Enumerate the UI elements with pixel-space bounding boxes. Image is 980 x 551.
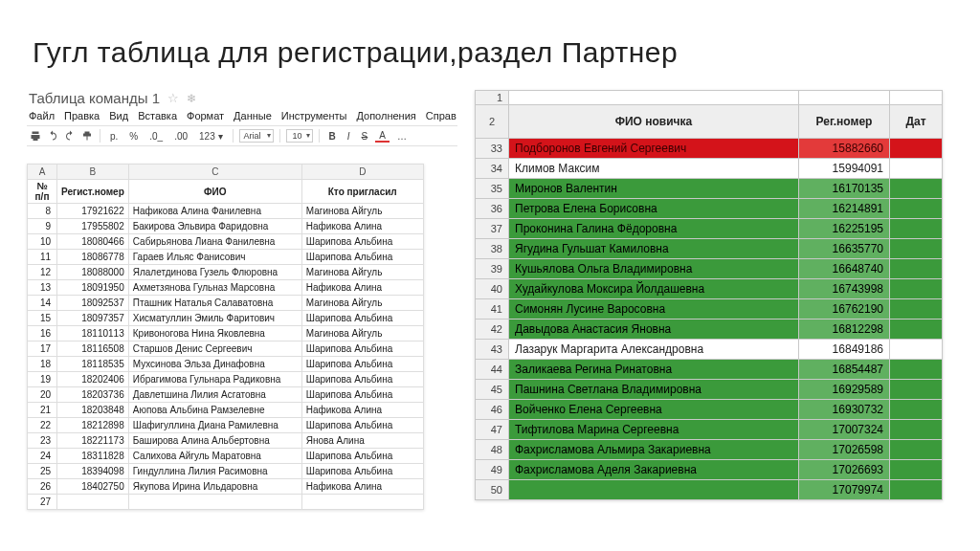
undo-icon[interactable] bbox=[46, 129, 59, 143]
cell-fio[interactable]: Ахметзянова Гульназ Марсовна bbox=[128, 280, 301, 296]
table-row[interactable]: 1018080466Сабирьянова Лиана ФанилевнаШар… bbox=[28, 234, 424, 250]
cell-inviter[interactable]: Магинова Айгуль bbox=[301, 326, 423, 342]
row-number[interactable]: 49 bbox=[476, 460, 509, 480]
table-row[interactable]: 43Лазарук Маргарита Александровна1684918… bbox=[476, 340, 943, 360]
row-number[interactable]: 43 bbox=[476, 340, 509, 360]
row-number[interactable]: 44 bbox=[476, 360, 509, 380]
cell-fio[interactable]: Аюпова Альбина Рамзелевне bbox=[128, 403, 301, 418]
cell-name[interactable]: Лазарук Маргарита Александровна bbox=[509, 340, 799, 360]
cell-reg[interactable]: 18088000 bbox=[57, 265, 129, 280]
cell-name[interactable]: Фахрисламова Аделя Закариевна bbox=[509, 460, 799, 480]
cell-reg[interactable]: 18202406 bbox=[57, 372, 129, 387]
cell-regnum[interactable]: 16854487 bbox=[799, 360, 890, 380]
table-row[interactable]: 2418311828Салихова Айгуль МаратовнаШарип… bbox=[28, 449, 424, 464]
cell-date[interactable] bbox=[890, 159, 943, 179]
cell-inviter[interactable]: Шарипова Альбина bbox=[301, 387, 423, 403]
cell-regnum[interactable]: 16635770 bbox=[799, 239, 890, 259]
table-row[interactable]: 47Тифтилова Марина Сергеевна17007324 bbox=[476, 420, 943, 440]
cell-name[interactable]: Климов Максим bbox=[509, 159, 799, 179]
cell-reg[interactable]: 18402750 bbox=[57, 479, 129, 495]
cell-num[interactable]: 8 bbox=[28, 204, 57, 219]
table-row[interactable]: 34Климов Максим15994091 bbox=[476, 159, 943, 179]
cell-fio[interactable]: Салихова Айгуль Маратовна bbox=[128, 449, 301, 464]
number-format[interactable]: 123 ▾ bbox=[195, 131, 226, 142]
cell-regnum[interactable]: 16743998 bbox=[799, 279, 890, 299]
cell-date[interactable] bbox=[890, 440, 943, 460]
cell-num[interactable]: 14 bbox=[28, 296, 57, 311]
cell-fio[interactable]: Пташник Наталья Салаватовна bbox=[128, 296, 301, 311]
row-number[interactable]: 33 bbox=[476, 139, 509, 159]
left-data-grid[interactable]: A B C D № п/п Регист.номер ФИО Кто пригл… bbox=[27, 164, 424, 510]
cell-date[interactable] bbox=[890, 340, 943, 360]
cell-name[interactable]: Пашнина Светлана Владимировна bbox=[509, 380, 799, 400]
cell-date[interactable] bbox=[890, 420, 943, 440]
cell-reg[interactable]: 18092537 bbox=[57, 296, 129, 311]
cell-name[interactable]: Ягудина Гульшат Камиловна bbox=[509, 239, 799, 259]
table-row[interactable]: 35Миронов Валентин16170135 bbox=[476, 179, 943, 199]
cell-fio[interactable]: Якупова Ирина Ильдаровна bbox=[128, 479, 301, 495]
table-row[interactable]: 2618402750Якупова Ирина ИльдаровнаНафико… bbox=[28, 479, 424, 495]
cell-regnum[interactable]: 16170135 bbox=[799, 179, 890, 199]
cell-name[interactable]: Симонян Лусине Варосовна bbox=[509, 299, 799, 320]
cell-name[interactable]: Петрова Елена Борисовна bbox=[509, 199, 799, 219]
cell-inviter[interactable]: Магинова Айгуль bbox=[301, 265, 423, 280]
cell-fio[interactable]: Гиндуллина Лилия Расимовна bbox=[128, 464, 301, 479]
right-data-grid[interactable]: 1 2 ФИО новичка Рег.номер Дат 33Подборон… bbox=[475, 90, 943, 500]
cell-reg[interactable]: 18203848 bbox=[57, 403, 129, 418]
menu-файл[interactable]: Файл bbox=[29, 110, 55, 121]
table-row[interactable]: 1318091950Ахметзянова Гульназ МарсовнаНа… bbox=[28, 280, 424, 296]
paint-format-icon[interactable] bbox=[80, 129, 94, 143]
cell-fio[interactable]: Хисматуллин Эмиль Фаритович bbox=[128, 311, 301, 326]
cell-regnum[interactable]: 16930732 bbox=[799, 400, 890, 420]
cell-date[interactable] bbox=[890, 320, 943, 340]
cell-inviter[interactable]: Нафикова Алина bbox=[301, 403, 423, 418]
cell-inviter[interactable]: Шарипова Альбина bbox=[301, 311, 423, 326]
table-row[interactable]: 1718116508Старшов Денис СергеевичШарипов… bbox=[28, 342, 424, 357]
cell-regnum[interactable]: 17026598 bbox=[799, 440, 890, 460]
table-row[interactable]: 1418092537Пташник Наталья СалаватовнаМаг… bbox=[28, 296, 424, 311]
cell-reg[interactable]: 17921622 bbox=[57, 204, 129, 219]
cell-num[interactable]: 26 bbox=[28, 479, 57, 495]
cell-regnum[interactable]: 17026693 bbox=[799, 460, 890, 480]
cell-reg[interactable]: 18097357 bbox=[57, 311, 129, 326]
table-row[interactable]: 1818118535Мухсинова Эльза ДинафовнаШарип… bbox=[28, 357, 424, 372]
cell-date[interactable] bbox=[890, 179, 943, 199]
row-number[interactable]: 39 bbox=[476, 259, 509, 279]
cell-name[interactable]: Войченко Елена Сергеевна bbox=[509, 400, 799, 420]
cell-inviter[interactable]: Шарипова Альбина bbox=[301, 464, 423, 479]
row-number[interactable]: 34 bbox=[476, 159, 509, 179]
cell-inviter[interactable]: Шарипова Альбина bbox=[301, 342, 423, 357]
table-row[interactable]: 36Петрова Елена Борисовна16214891 bbox=[476, 199, 943, 219]
font-family-select[interactable]: Arial bbox=[239, 129, 274, 143]
row-number[interactable]: 37 bbox=[476, 219, 509, 239]
cell-fio[interactable]: Гараев Ильяс Фанисович bbox=[128, 250, 301, 265]
menu-инструменты[interactable]: Инструменты bbox=[281, 110, 347, 121]
table-row[interactable]: 48Фахрисламова Альмира Закариевна1702659… bbox=[476, 440, 943, 460]
cell-num[interactable]: 21 bbox=[28, 403, 57, 418]
cell-inviter[interactable]: Магинова Айгуль bbox=[301, 204, 423, 219]
cell-num[interactable]: 20 bbox=[28, 387, 57, 403]
cell-num[interactable]: 16 bbox=[28, 326, 57, 342]
cell-fio[interactable]: Бакирова Эльвира Фаридовна bbox=[128, 219, 301, 234]
table-row[interactable]: 2518394098Гиндуллина Лилия РасимовнаШари… bbox=[28, 464, 424, 479]
row-number[interactable]: 41 bbox=[476, 299, 509, 320]
cell-inviter[interactable]: Шарипова Альбина bbox=[301, 372, 423, 387]
table-row[interactable]: 2118203848Аюпова Альбина РамзелевнеНафик… bbox=[28, 403, 424, 418]
cell-name[interactable]: Миронов Валентин bbox=[509, 179, 799, 199]
table-row[interactable]: 917955802Бакирова Эльвира ФаридовнаНафик… bbox=[28, 219, 424, 234]
cell-reg[interactable]: 18221173 bbox=[57, 433, 129, 449]
cell-date[interactable] bbox=[890, 139, 943, 159]
cell-reg[interactable]: 18086778 bbox=[57, 250, 129, 265]
col-a[interactable]: A bbox=[28, 165, 57, 180]
table-row[interactable]: 27 bbox=[28, 495, 424, 510]
cell-num[interactable]: 9 bbox=[28, 219, 57, 234]
col-b[interactable]: B bbox=[57, 165, 129, 180]
menu-правка[interactable]: Правка bbox=[64, 110, 100, 121]
cell-inviter[interactable]: Нафикова Алина bbox=[301, 479, 423, 495]
cell-regnum[interactable]: 16762190 bbox=[799, 299, 890, 320]
cell-reg[interactable]: 18118535 bbox=[57, 357, 129, 372]
cell-date[interactable] bbox=[890, 239, 943, 259]
menu-дополнения[interactable]: Дополнения bbox=[356, 110, 415, 121]
toolbar-more[interactable]: … bbox=[393, 131, 411, 142]
cell-fio[interactable]: Старшов Денис Сергеевич bbox=[128, 342, 301, 357]
